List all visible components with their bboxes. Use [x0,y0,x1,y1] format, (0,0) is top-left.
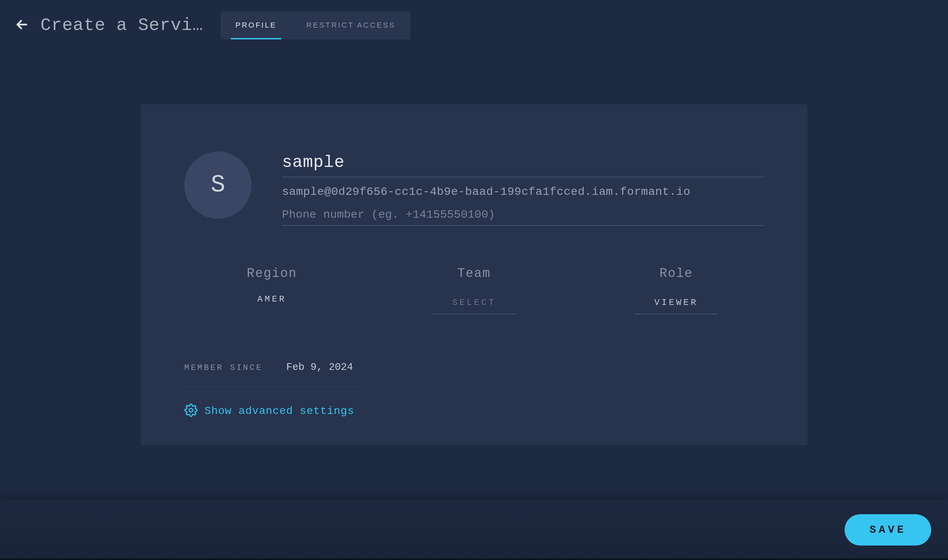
role-label: Role [659,266,693,281]
member-since-row: MEMBER SINCE Feb 9, 2024 [184,362,363,387]
show-advanced-settings-button[interactable]: Show advanced settings [184,403,764,418]
window-bottom-edge [0,558,948,560]
role-select[interactable]: VIEWER [634,294,718,314]
profile-header: S sample@0d29f656-cc1c-4b9e-baad-199cfa1… [184,151,764,226]
team-label: Team [457,266,491,281]
tab-restrict-access[interactable]: RESTRICT ACCESS [292,11,410,39]
tab-strip: PROFILE RESTRICT ACCESS [221,11,410,39]
name-block: sample@0d29f656-cc1c-4b9e-baad-199cfa1fc… [282,151,764,226]
team-select[interactable]: SELECT [432,294,516,314]
team-column: Team SELECT [386,266,562,314]
show-advanced-settings-label: Show advanced settings [204,405,354,417]
profile-card: S sample@0d29f656-cc1c-4b9e-baad-199cfa1… [141,104,807,445]
content-scroll[interactable]: S sample@0d29f656-cc1c-4b9e-baad-199cfa1… [0,44,948,560]
region-label: Region [247,266,297,281]
phone-input[interactable] [282,206,764,226]
tab-profile[interactable]: PROFILE [221,11,292,39]
svg-point-0 [189,409,193,412]
avatar[interactable]: S [184,151,252,219]
gear-icon [184,403,198,418]
name-input[interactable] [282,151,764,177]
region-value[interactable]: AMER [257,294,286,304]
page-title: Create a Service… [40,15,209,35]
role-column: Role VIEWER [588,266,764,314]
save-button[interactable]: SAVE [845,514,931,546]
region-column: Region AMER [184,266,360,314]
email-text: sample@0d29f656-cc1c-4b9e-baad-199cfa1fc… [282,182,764,202]
back-button[interactable] [14,17,30,34]
footer-bar: SAVE [0,499,948,560]
detail-row: Region AMER Team SELECT Role VIEWER [184,266,764,314]
top-bar: Create a Service… PROFILE RESTRICT ACCES… [0,0,948,44]
member-since-label: MEMBER SINCE [184,363,263,372]
arrow-left-icon [14,17,29,34]
member-since-value: Feb 9, 2024 [286,362,353,373]
app-root: Create a Service… PROFILE RESTRICT ACCES… [0,0,948,560]
